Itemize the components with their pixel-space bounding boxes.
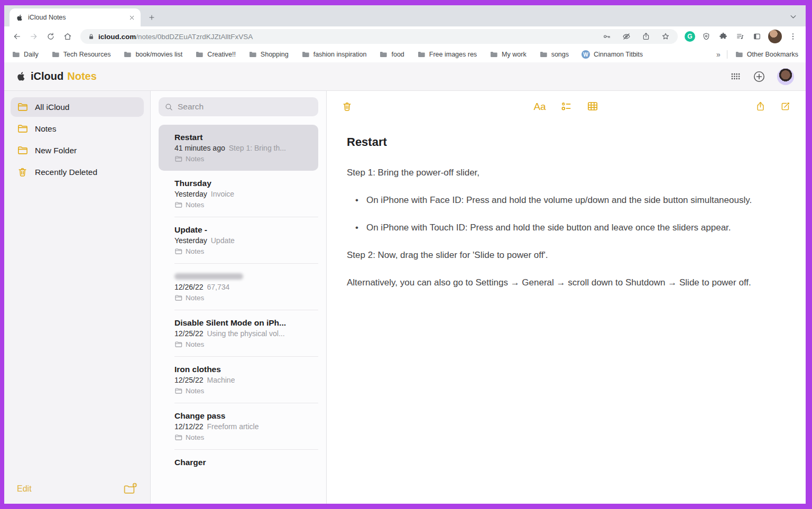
folder-icon — [248, 50, 257, 59]
search-placeholder: Search — [178, 102, 204, 112]
bookmark-item[interactable]: Tech Resources — [51, 50, 111, 59]
new-folder-icon[interactable] — [123, 482, 137, 495]
bookmark-label: Cinnamon Titbits — [594, 51, 643, 58]
sidebar-item-notes[interactable]: Notes — [11, 119, 144, 138]
note-list-item[interactable]: Change pass12/12/22Freeform articleNotes — [159, 403, 318, 449]
sidebar-item-recently-deleted[interactable]: Recently Deleted — [11, 162, 144, 182]
account-avatar[interactable] — [777, 68, 794, 85]
bullet-marker: • — [355, 193, 358, 207]
bookmark-item[interactable]: WCinnamon Titbits — [582, 50, 643, 59]
plus-circle-icon[interactable] — [753, 70, 765, 83]
folder-icon — [51, 50, 60, 59]
folder-icon — [301, 50, 310, 59]
back-button[interactable] — [10, 29, 24, 44]
note-content[interactable]: Restart Step 1: Bring the power-off slid… — [342, 122, 791, 303]
folder-icon — [490, 50, 498, 59]
url-text: icloud.com/notes/0bdDZEuATzrdKJZtAlltFxV… — [98, 33, 595, 41]
bookmark-item[interactable]: book/movies list — [123, 50, 182, 59]
bookmark-item[interactable]: Shopping — [248, 50, 289, 59]
note-item-title: Update - — [174, 224, 310, 235]
new-tab-button[interactable] — [145, 11, 159, 24]
note-list-item[interactable]: ThursdayYesterdayInvoiceNotes — [159, 171, 318, 217]
search-icon — [164, 103, 173, 112]
note-item-folder: Notes — [174, 246, 310, 256]
note-list-item[interactable]: Iron clothes12/25/22MachineNotes — [159, 357, 318, 403]
browser-profile-avatar[interactable] — [768, 30, 782, 43]
bookmark-item[interactable]: songs — [539, 50, 569, 59]
bookmark-star-icon[interactable] — [659, 30, 672, 43]
bookmark-label: Daily — [24, 51, 39, 58]
password-key-icon[interactable] — [600, 30, 614, 43]
bookmark-label: book/movies list — [135, 51, 182, 58]
sidebar-footer: Edit — [11, 475, 144, 504]
kebab-menu-icon[interactable] — [786, 30, 800, 43]
folder-icon — [195, 50, 204, 59]
browser-tab[interactable]: iCloud Notes — [10, 8, 141, 26]
note-item-folder: Notes — [174, 432, 310, 442]
home-button[interactable] — [60, 29, 75, 44]
apple-logo-icon — [16, 71, 27, 82]
note-list-item[interactable]: Disable Silent Mode on iPh...12/25/22Usi… — [159, 310, 318, 356]
note-list-item[interactable]: Charger — [159, 450, 318, 475]
bookmark-item[interactable]: My work — [490, 50, 527, 59]
note-item-title: Thursday — [174, 178, 310, 189]
folder-icon — [174, 387, 182, 395]
folder-icon — [174, 433, 182, 441]
share-note-icon[interactable] — [755, 101, 766, 112]
sidebar-item-all-icloud[interactable]: All iCloud — [11, 97, 144, 117]
toolbar-right-group — [599, 101, 791, 112]
note-title: Restart — [347, 135, 786, 149]
brand-notes-label: Notes — [67, 70, 97, 82]
extensions-puzzle-icon[interactable] — [716, 30, 730, 43]
other-bookmarks-button[interactable]: Other Bookmarks — [735, 50, 798, 59]
sidebar-item-new-folder[interactable]: New Folder — [11, 141, 144, 160]
note-item-folder-label: Notes — [186, 293, 204, 303]
note-item-folder: Notes — [174, 200, 310, 210]
eye-off-icon[interactable] — [620, 30, 633, 43]
reload-button[interactable] — [43, 29, 58, 44]
bookmark-label: Creative!! — [207, 51, 236, 58]
note-paragraph: Step 2: Now, drag the slider for 'Slide … — [347, 248, 786, 262]
apple-favicon-icon — [16, 14, 24, 22]
checklist-icon[interactable] — [560, 100, 573, 113]
note-item-title: Change pass — [174, 410, 310, 421]
reading-list-icon[interactable] — [733, 30, 747, 43]
note-item-preview: Invoice — [211, 189, 234, 200]
note-list-item[interactable]: Restart41 minutes agoStep 1: Bring th...… — [159, 125, 318, 171]
edit-button[interactable]: Edit — [17, 484, 32, 494]
bookmarks-overflow-chevron[interactable]: » — [716, 50, 721, 59]
table-icon[interactable] — [586, 100, 599, 113]
browser-window: iCloud Notes icloud.com/notes/0bdDZEuATz… — [0, 0, 812, 509]
note-item-folder-label: Notes — [186, 246, 204, 256]
side-panel-icon[interactable] — [750, 30, 764, 43]
note-list-item[interactable]: Update -YesterdayUpdateNotes — [159, 217, 318, 263]
bookmark-label: Tech Resources — [63, 51, 111, 58]
tab-close-icon[interactable] — [127, 13, 136, 22]
share-icon[interactable] — [639, 30, 653, 43]
folder-icon — [17, 145, 28, 156]
grammarly-extension-icon[interactable]: G — [685, 31, 695, 42]
bookmark-item[interactable]: Daily — [12, 50, 39, 59]
note-list-item[interactable]: 12/26/2267,734Notes — [159, 264, 318, 310]
forward-button[interactable] — [26, 29, 41, 44]
bookmark-item[interactable]: fashion inspiration — [301, 50, 367, 59]
bookmark-item[interactable]: food — [379, 50, 404, 59]
tab-search-chevron-icon[interactable] — [789, 13, 797, 21]
compose-note-icon[interactable] — [780, 101, 791, 112]
delete-note-trash-icon[interactable] — [342, 101, 353, 112]
bookmark-item[interactable]: Free images res — [417, 50, 477, 59]
icloud-header-actions — [730, 68, 794, 85]
note-item-preview: Using the physical vol... — [207, 328, 285, 339]
shield-extension-icon[interactable] — [699, 30, 713, 43]
search-input[interactable]: Search — [159, 97, 318, 116]
lock-icon — [88, 33, 95, 40]
app-grid-icon[interactable] — [730, 71, 741, 82]
folder-icon — [17, 123, 28, 134]
address-bar[interactable]: icloud.com/notes/0bdDZEuATzrdKJZtAlltFxV… — [80, 29, 678, 44]
folder-icon — [123, 50, 132, 59]
format-text-button[interactable]: Aa — [533, 101, 546, 112]
note-item-meta: 41 minutes agoStep 1: Bring th... — [174, 143, 310, 154]
toolbar-left-group — [342, 101, 533, 112]
note-item-date: 12/12/22 — [174, 421, 204, 432]
bookmark-item[interactable]: Creative!! — [195, 50, 236, 59]
